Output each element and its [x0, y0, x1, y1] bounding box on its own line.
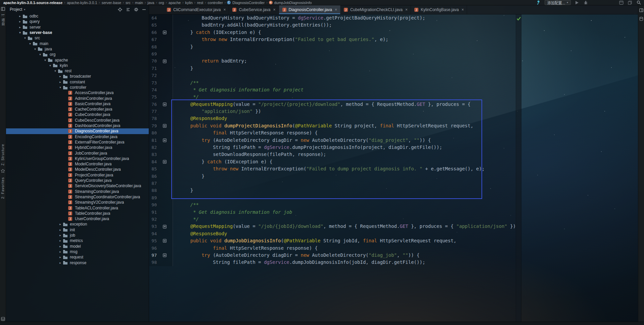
- fold-marker-icon[interactable]: [163, 103, 167, 106]
- tree-item-basiccontroller-java[interactable]: JBasicController.java: [6, 101, 149, 107]
- fold-marker-icon[interactable]: [163, 138, 167, 142]
- code-line[interactable]: 87: [149, 180, 516, 187]
- breadcrumb-item[interactable]: kylin: [185, 1, 193, 5]
- code-line[interactable]: 96 final HttpServletResponse response) {: [149, 245, 516, 252]
- search-icon[interactable]: [636, 0, 641, 5]
- tree-item-modelcontroller-java[interactable]: JModelController.java: [6, 161, 149, 167]
- breadcrumb-item[interactable]: rest: [197, 1, 203, 5]
- code-line[interactable]: 74 * Get diagnosis information for proje…: [149, 86, 516, 93]
- wrench-icon[interactable]: [536, 0, 541, 5]
- chevron-down-icon[interactable]: ▾: [38, 53, 43, 56]
- code-line[interactable]: 86 }: [149, 173, 516, 180]
- tree-item-projectcontroller-java[interactable]: JProjectController.java: [6, 172, 149, 178]
- chevron-right-icon[interactable]: ▸: [58, 75, 63, 78]
- chevron-down-icon[interactable]: ▾: [28, 42, 33, 45]
- tree-item-kylin[interactable]: ▾kylin: [6, 63, 149, 68]
- chevron-down-icon[interactable]: ▾: [33, 47, 38, 51]
- tree-item-metrics[interactable]: ▸metrics: [6, 238, 149, 243]
- tree-item-tablecontroller-java[interactable]: JTableController.java: [6, 211, 149, 216]
- tree-item-cubecontroller-java[interactable]: JCubeController.java: [6, 112, 149, 117]
- code-line[interactable]: 81 try (AutoDeleteDirectory diagDir = ne…: [149, 137, 516, 144]
- breadcrumb-item[interactable]: controller: [208, 1, 223, 5]
- code-line[interactable]: 68 }: [149, 43, 516, 50]
- code-line[interactable]: 65 badEntry.addAll(badQueryHistory.getEn…: [149, 22, 516, 29]
- code-line[interactable]: 88 }: [149, 187, 516, 194]
- tab-cubeservice-java[interactable]: JCubeService.java×: [229, 5, 279, 14]
- breadcrumb-item[interactable]: apache-kylin-3.0.1-source-release: [3, 1, 62, 5]
- close-icon[interactable]: ×: [461, 7, 464, 12]
- tree-item-streamingv2controller-java[interactable]: JStreamingV2Controller.java: [6, 200, 149, 205]
- breadcrumb-method-item[interactable]: dumpJobDiagnosisInfo: [274, 1, 312, 5]
- code-line[interactable]: 98 String filePath = dgService.dumpJobDi…: [149, 259, 516, 266]
- chevron-right-icon[interactable]: ▸: [17, 20, 22, 23]
- fold-marker-icon[interactable]: [163, 225, 167, 229]
- code-line[interactable]: 90 /**: [149, 201, 516, 208]
- chevron-right-icon[interactable]: ▸: [58, 80, 63, 84]
- tree-item-job[interactable]: ▸job: [6, 233, 149, 238]
- code-line[interactable]: 72: [149, 72, 516, 79]
- star-icon[interactable]: [1, 169, 5, 173]
- tree-item-streamingcoordinatorcontroller-java[interactable]: JStreamingCoordinatorController.java: [6, 194, 149, 200]
- close-icon[interactable]: ×: [273, 7, 275, 12]
- sidebar-item-favorites[interactable]: 2: Favorites: [1, 177, 5, 199]
- chevron-down-icon[interactable]: ▾: [17, 31, 22, 34]
- sidebar-item-project[interactable]: 1: 项目: [0, 14, 5, 26]
- chevron-right-icon[interactable]: ▸: [58, 261, 63, 265]
- code-line[interactable]: 89: [149, 194, 516, 201]
- breadcrumb-item[interactable]: server-base: [102, 1, 121, 5]
- collapse-all-icon[interactable]: [126, 7, 130, 12]
- sidebar-item-structure[interactable]: Z: Structure: [1, 144, 5, 165]
- close-icon[interactable]: ×: [223, 7, 226, 12]
- tree-item-usercontroller-java[interactable]: JUserController.java: [6, 216, 149, 221]
- code-line[interactable]: 70 return badEntry;: [149, 57, 516, 65]
- tree-item-model[interactable]: ▸model: [6, 243, 149, 249]
- gear-icon[interactable]: [134, 7, 138, 12]
- tree-item-cachecontroller-java[interactable]: JCacheController.java: [6, 107, 149, 112]
- tree-item-hybridcontroller-java[interactable]: JHybridController.java: [6, 145, 149, 150]
- tree-item-admincontroller-java[interactable]: JAdminController.java: [6, 95, 149, 101]
- tree-item-rest[interactable]: ▾rest: [6, 68, 149, 74]
- code-line[interactable]: 64 BadQueryHistory badQueryHistory = dgS…: [149, 14, 516, 22]
- tree-item-controller[interactable]: ▾controller: [6, 85, 149, 90]
- tree-item-diagnosiscontroller-java[interactable]: JDiagnosisController.java: [6, 128, 149, 134]
- tree-item-modeldesccontroller-java[interactable]: JModelDescController.java: [6, 167, 149, 172]
- tab-diagnosiscontroller-java[interactable]: JDiagnosisController.java×: [279, 5, 340, 14]
- close-icon[interactable]: ×: [405, 7, 408, 12]
- tree-item-exception[interactable]: ▸exception: [6, 221, 149, 227]
- tree-item-streamingcontroller-java[interactable]: JStreamingController.java: [6, 189, 149, 194]
- breadcrumb-item[interactable]: java: [147, 1, 154, 5]
- tree-item-broadcaster[interactable]: ▸broadcaster: [6, 74, 149, 79]
- tree-item-encodingcontroller-java[interactable]: JEncodingController.java: [6, 134, 149, 139]
- code-line[interactable]: 95 public void dumpJobDiagnosisInfo(@Pat…: [149, 237, 516, 244]
- locate-file-icon[interactable]: [118, 7, 122, 12]
- tree-item-externalfiltercontroller-java[interactable]: JExternalFilterController.java: [6, 139, 149, 145]
- chevron-right-icon[interactable]: ▸: [58, 250, 63, 253]
- tree-item-dashboardcontroller-java[interactable]: JDashboardController.java: [6, 123, 149, 128]
- code-line[interactable]: 97 try (AutoDeleteDirectory diagDir = ne…: [149, 252, 516, 259]
- chevron-down-icon[interactable]: ▾: [58, 86, 63, 89]
- window-icon[interactable]: [618, 0, 624, 5]
- restore-icon[interactable]: [627, 0, 633, 5]
- tab-clicommandexecutor-java[interactable]: JCliCommandExecutor.java×: [164, 5, 229, 14]
- code-line[interactable]: 66 } catch (IOException e) {: [149, 29, 516, 36]
- breadcrumb-item[interactable]: org: [159, 1, 164, 5]
- inspection-ok-icon[interactable]: [517, 16, 521, 22]
- chevron-down-icon[interactable]: ▾: [48, 64, 53, 67]
- tree-item-src[interactable]: ▾src: [6, 35, 149, 41]
- tree-item-server-base[interactable]: ▾server-base: [6, 30, 149, 35]
- code-line[interactable]: 83 setDownloadResponse(filePath, respons…: [149, 151, 516, 158]
- tab-cubemigrationcheckcli-java[interactable]: JCubeMigrationCheckCLI.java×: [340, 5, 411, 14]
- tree-item-apache[interactable]: ▾apache: [6, 57, 149, 63]
- tree-item-msg[interactable]: ▸msg: [6, 249, 149, 254]
- fold-marker-icon[interactable]: [163, 160, 167, 164]
- code-line[interactable]: 91 * Get diagnosis information for job: [149, 209, 516, 216]
- tree-item-org[interactable]: ▾org: [6, 52, 149, 57]
- code-line[interactable]: 75 */: [149, 93, 516, 100]
- add-configuration-button[interactable]: 添加配置... ▾: [545, 0, 571, 5]
- code-line[interactable]: 69: [149, 50, 516, 57]
- tree-item-querycontroller-java[interactable]: JQueryController.java: [6, 178, 149, 183]
- tree-item-response[interactable]: ▸response: [6, 260, 149, 265]
- code-line[interactable]: 77 "application/json" }): [149, 108, 516, 115]
- tree-item-accesscontroller-java[interactable]: JAccessController.java: [6, 90, 149, 95]
- tree-item-init[interactable]: ▸init: [6, 227, 149, 233]
